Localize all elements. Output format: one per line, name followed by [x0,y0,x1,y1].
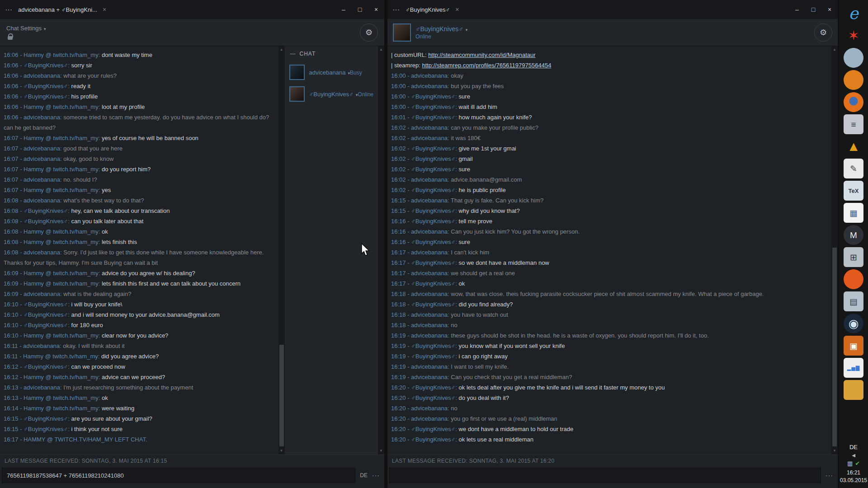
taskbar-icon-orange-triangle-app[interactable]: ▲ [844,136,863,156]
taskbar-clock[interactable]: 16:21 03.05.2015 [840,469,867,484]
scrollbar-thumb[interactable] [279,345,284,446]
chat-input-row: DE ··· [0,466,384,488]
chat-hyperlink[interactable]: http://steamrep.com/profiles/76561197975… [422,62,551,69]
chat-message: 16:17 - ♂BuyingKnives♂: ok [391,278,828,289]
lock-icon [8,36,13,40]
chat-message-list[interactable]: | customURL: http://steamcommunity.com/i… [387,46,831,455]
chat-message: 16:19 - advicebanana: Can you check that… [391,372,828,382]
chat-message: 16:20 - ♂BuyingKnives♂: do you deal with… [391,393,828,403]
friends-group-header[interactable]: —CHAT [285,46,378,61]
chat-message: 16:02 - advicebanana: advice.banana@gmai… [391,174,828,185]
scroll-down-icon[interactable]: ▼ [833,449,836,453]
chat-message: 16:09 - Hammy @ twitch.tv/ham_my: lets f… [4,278,275,289]
chat-message: 16:10 - ♂BuyingKnives♂: and i will send … [4,310,275,320]
friend-item[interactable]: ♂BuyingKnives♂▾Online [285,83,378,105]
settings-gear-button[interactable]: ⚙ [360,23,378,42]
chat-tab-title[interactable]: ♂BuyingKnives♂ [406,6,450,13]
more-options-button[interactable]: ··· [372,472,380,479]
tray-expand-icon[interactable]: ◀ [852,453,855,458]
chat-message: 16:07 - Hammy @ twitch.tv/ham_my: yes [4,185,275,195]
taskbar-icon-steam[interactable]: ◉ [844,314,863,333]
chat-message: 16:00 - advicebanana: but you pay the fe… [391,81,828,91]
chat-settings-label: Chat Settings [6,25,42,32]
chat-message: 16:18 - advicebanana: no [391,320,828,330]
chat-message: 16:06 - advicebanana: someone tried to s… [4,112,275,133]
messages-scrollbar[interactable]: ▲ ▼ [278,46,285,455]
chat-partner-name[interactable]: ♂BuyingKnives♂▾ [415,25,467,33]
taskbar-icon-tex-app[interactable]: TeX [844,181,863,201]
chat-message: 16:14 - Hammy @ twitch.tv/ham_my: were w… [4,403,275,413]
chat-message: 16:06 - advicebanana: what are your rule… [4,70,275,81]
scroll-down-icon[interactable]: ▼ [280,449,283,453]
taskbar-icon-notepad-app[interactable]: ▤ [844,291,863,311]
taskbar-language-indicator[interactable]: DE [849,444,858,450]
taskbar-icon-orange-ball-app[interactable] [844,269,863,289]
tray-security-icon[interactable]: ✔ [855,460,860,467]
chat-message: 16:00 - ♂BuyingKnives♂: sure [391,91,828,102]
friend-status: Online [358,91,373,98]
chat-input[interactable] [2,468,355,483]
scrollbar-thumb[interactable] [832,248,837,446]
taskbar-icon-chart-app[interactable]: ▂▅▇ [844,358,863,378]
taskbar-icon-spreadsheet-app[interactable]: ▦ [844,203,863,223]
taskbar-icon-internet-explorer[interactable]: e [844,4,863,23]
window-menu-icon[interactable]: ··· [387,6,406,13]
system-message: 16:17 - HAMMY @ TWITCH.TV/HAM_MY LEFT CH… [4,434,275,445]
chat-settings-menu[interactable]: Chat Settings▾ [6,25,46,40]
taskbar-icon-gray-sphere-app[interactable] [844,48,863,68]
chat-message: 16:06 - Hammy @ twitch.tv/ham_my: dont w… [4,50,275,60]
chat-message: 16:19 - ♂BuyingKnives♂: i can go right a… [391,351,828,361]
left-titlebar: ··· advicebanana + ♂BuyingKni... × – □ × [0,0,384,19]
more-options-button[interactable]: ··· [826,472,833,479]
chat-message-list[interactable]: 16:06 - Hammy @ twitch.tv/ham_my: dont w… [0,46,278,455]
chat-message: 16:06 - ♂BuyingKnives♂: ready it [4,81,275,91]
chat-hyperlink[interactable]: http://steamcommunity.com/id/Magnataur [428,52,535,58]
chat-message: 16:10 - ♂BuyingKnives♂: i will buy your … [4,299,275,310]
chat-tab-title[interactable]: advicebanana + ♂BuyingKni... [18,6,97,13]
maximize-button[interactable]: □ [805,0,821,19]
chat-message: 16:12 - Hammy @ twitch.tv/ham_my: advice… [4,372,275,382]
chat-message: 16:13 - advicebanana: I'm just researchi… [4,382,275,393]
mouse-cursor [361,243,371,257]
taskbar-icon-orange-box-app[interactable]: ▣ [844,336,863,356]
chat-message: 16:09 - Hammy @ twitch.tv/ham_my: advice… [4,268,275,278]
chat-message: 16:02 - advicebanana: can you make your … [391,122,828,133]
messages-scrollbar[interactable]: ▲ ▼ [831,46,838,455]
user-avatar[interactable] [393,23,411,42]
clock-time: 16:21 [840,469,867,477]
chat-message: 16:20 - ♂BuyingKnives♂: we dont have a m… [391,424,828,434]
taskbar-icon-m-media-app[interactable]: M [844,225,863,245]
scroll-up-icon[interactable]: ▲ [280,47,283,52]
chat-message: 16:02 - ♂BuyingKnives♂: give me 1st your… [391,143,828,154]
taskbar-icon-calculator[interactable]: ⊞ [844,247,863,267]
tray-display-icon[interactable]: ▥ [847,460,853,467]
taskbar-icon-notes-app[interactable]: ≡ [844,114,863,134]
chat-message: 16:12 - ♂BuyingKnives♂: can we proceed n… [4,361,275,372]
tab-close-icon[interactable]: × [455,6,459,13]
maximize-button[interactable]: □ [352,0,368,19]
tab-close-icon[interactable]: × [103,6,106,13]
chat-input[interactable] [389,468,821,483]
scroll-up-icon[interactable]: ▲ [379,47,383,52]
taskbar-icon-orange-sphere-app[interactable] [844,70,863,90]
chat-message: 16:06 - ♂BuyingKnives♂: sorry sir [4,60,275,70]
settings-gear-button[interactable]: ⚙ [814,23,832,42]
scroll-up-icon[interactable]: ▲ [833,47,836,52]
friends-scrollbar[interactable]: ▲ ▼ [378,46,384,455]
chat-link-message: | steamrep: http://steamrep.com/profiles… [391,60,828,70]
friend-item[interactable]: advicebanana▾Busy [285,61,378,83]
minimize-button[interactable]: – [789,0,805,19]
taskbar-icon-firefox[interactable] [844,92,863,112]
close-button[interactable]: × [368,0,384,19]
chat-header: Chat Settings▾ ⚙ [0,19,384,46]
window-menu-icon[interactable]: ··· [0,6,18,13]
taskbar-icon-text-editor[interactable]: ✎ [844,159,863,178]
close-button[interactable]: × [821,0,838,19]
scroll-down-icon[interactable]: ▼ [379,449,383,453]
direct-chat-window: ··· ♂BuyingKnives♂ × – □ × ♂BuyingKnives… [387,0,838,488]
taskbar-icon-red-burst-app[interactable]: ✶ [844,26,863,46]
minimize-button[interactable]: – [335,0,352,19]
taskbar-icon-folder[interactable] [844,380,863,400]
chat-link-message: | customURL: http://steamcommunity.com/i… [391,50,828,60]
last-message-status: LAST MESSAGE RECEIVED: SONNTAG, 3. MAI 2… [0,455,384,466]
